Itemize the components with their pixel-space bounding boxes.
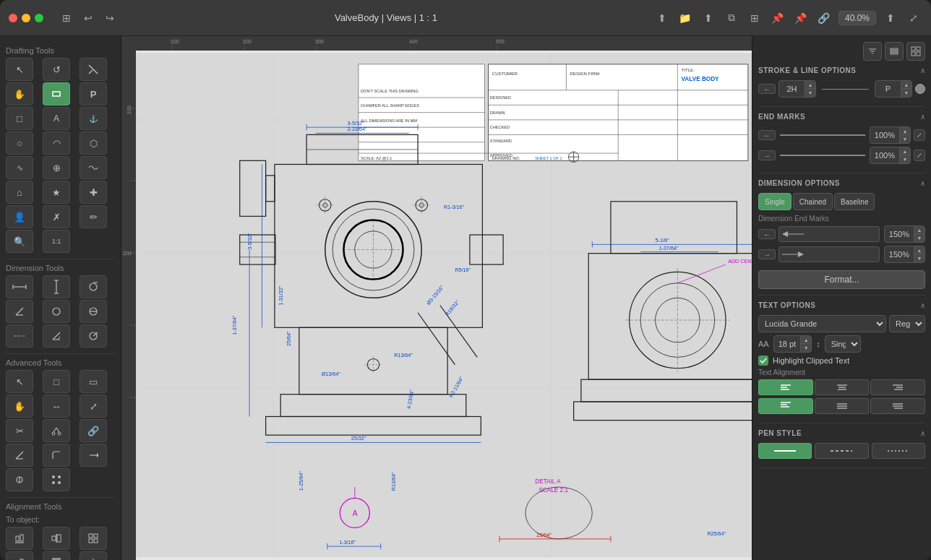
symbol-tool[interactable]: ⌂ bbox=[6, 181, 33, 204]
pin-icon[interactable]: 📌 bbox=[769, 9, 786, 27]
angular-dim-tool[interactable] bbox=[6, 300, 33, 323]
end-mark-right-down[interactable]: ▼ bbox=[900, 155, 910, 163]
font-size-down[interactable]: ▼ bbox=[801, 344, 811, 352]
dim-end-right-up[interactable]: ▲ bbox=[914, 246, 924, 254]
polygon-tool[interactable]: ⬡ bbox=[80, 132, 107, 155]
export-icon[interactable]: ⬆ bbox=[882, 9, 899, 27]
grid-panel-icon[interactable] bbox=[906, 42, 925, 61]
font-size-up[interactable]: ▲ bbox=[801, 336, 811, 344]
pen-dash-btn[interactable] bbox=[815, 443, 868, 459]
quick-dim-tool[interactable] bbox=[80, 275, 107, 298]
minimize-button[interactable] bbox=[22, 14, 30, 22]
adv-angle-tool[interactable] bbox=[6, 444, 33, 467]
dim-end-left-up[interactable]: ▲ bbox=[914, 226, 924, 234]
arc-tool[interactable]: ◠ bbox=[43, 132, 70, 155]
stroke-color-dot[interactable] bbox=[915, 84, 925, 94]
canvas-area[interactable]: 100 200 300 400 500 100 200 bbox=[121, 36, 752, 560]
note-dim-tool[interactable] bbox=[80, 324, 107, 348]
wave-tool[interactable] bbox=[80, 156, 107, 179]
align-left-btn[interactable] bbox=[758, 379, 813, 395]
circle-tool[interactable]: ○ bbox=[6, 132, 33, 155]
end-mark-right-expand[interactable]: ⤢ bbox=[914, 150, 925, 161]
horiz-dim-tool[interactable] bbox=[6, 275, 33, 298]
star-tool[interactable]: ★ bbox=[43, 181, 70, 204]
chained-mode-btn[interactable]: Chained bbox=[793, 193, 833, 210]
radius-dim-tool[interactable] bbox=[43, 300, 70, 323]
adv-chain-tool[interactable]: 🔗 bbox=[80, 419, 107, 442]
font-weight-select[interactable]: Regular Bold bbox=[889, 315, 925, 332]
adv-scissors-tool[interactable]: ✂ bbox=[6, 419, 33, 442]
dim-end-left-stepper[interactable]: 150% ▲ ▼ bbox=[884, 225, 925, 243]
stroke-style-stepper[interactable]: P ▲ ▼ bbox=[875, 80, 912, 98]
rect-tool[interactable]: □ bbox=[6, 107, 33, 130]
dim-end-right-stepper[interactable]: 150% ▲ ▼ bbox=[884, 246, 925, 263]
diameter-dim-tool[interactable] bbox=[80, 300, 107, 323]
adv-wide-rect-tool[interactable]: ▭ bbox=[80, 370, 107, 393]
adv-nodes-tool[interactable] bbox=[43, 468, 70, 491]
rotate-tool[interactable]: ↺ bbox=[43, 58, 70, 81]
align-top-left-btn[interactable] bbox=[758, 398, 813, 414]
text2-tool[interactable]: ⚓ bbox=[80, 107, 107, 130]
align-grid2-tool[interactable] bbox=[80, 551, 107, 560]
crosshair-tool[interactable]: ⊕ bbox=[43, 156, 70, 179]
drawing-canvas[interactable]: CUSTOMER: DESIGN FIRM: TITLE: VALVE BODY… bbox=[136, 51, 752, 560]
chain-dim-tool[interactable] bbox=[6, 324, 33, 348]
align-justify-right-btn[interactable] bbox=[870, 398, 925, 414]
pin2-icon[interactable]: 📌 bbox=[792, 9, 810, 27]
end-mark-left-down[interactable]: ▼ bbox=[900, 135, 910, 143]
fullscreen-icon[interactable]: ⤢ bbox=[905, 9, 922, 27]
adv-cut-tool[interactable] bbox=[43, 419, 70, 442]
dimension-options-collapse[interactable]: ∧ bbox=[920, 179, 925, 187]
pen-style-collapse[interactable]: ∧ bbox=[920, 429, 925, 437]
format-button[interactable]: Format... bbox=[758, 270, 925, 289]
sidebar-toggle-icon[interactable]: ⊞ bbox=[58, 9, 75, 27]
pen-solid-btn[interactable] bbox=[758, 443, 812, 459]
vert-dim-tool[interactable] bbox=[43, 275, 70, 298]
layers-panel-icon[interactable] bbox=[885, 42, 904, 61]
maximize-button[interactable] bbox=[35, 14, 43, 22]
layers-icon[interactable]: ⧉ bbox=[723, 9, 740, 27]
align-bottom-tool[interactable] bbox=[6, 527, 33, 550]
pan-tool[interactable]: ✋ bbox=[6, 82, 33, 105]
align-top-tool[interactable] bbox=[43, 551, 70, 560]
single-mode-btn[interactable]: Single bbox=[758, 193, 791, 210]
text-options-collapse[interactable]: ∧ bbox=[920, 301, 925, 309]
upload-icon[interactable]: ⬆ bbox=[653, 9, 671, 27]
adv-sym-tool[interactable] bbox=[6, 468, 33, 491]
adv-select-tool[interactable]: ↖ bbox=[6, 370, 33, 393]
text-tool[interactable]: A bbox=[43, 107, 70, 130]
grid-view-icon[interactable]: ⊞ bbox=[746, 9, 763, 27]
redo-icon[interactable]: ↪ bbox=[101, 9, 119, 27]
stroke-weight-up[interactable]: ▲ bbox=[805, 81, 815, 89]
highlight-clipped-checkbox[interactable] bbox=[758, 356, 768, 366]
angle-dim2-tool[interactable] bbox=[43, 324, 70, 348]
pen-tool[interactable] bbox=[43, 82, 70, 105]
align-center-btn[interactable] bbox=[815, 379, 870, 395]
align-center-h-tool[interactable] bbox=[43, 527, 70, 550]
undo-icon[interactable]: ↩ bbox=[80, 9, 97, 27]
baseline-mode-btn[interactable]: Baseline bbox=[834, 193, 875, 210]
xbox-tool[interactable]: ✗ bbox=[43, 205, 70, 228]
scale-tool[interactable]: 1:1 bbox=[43, 230, 70, 253]
adv-fit-tool[interactable]: ⤢ bbox=[80, 395, 107, 418]
end-marks-collapse[interactable]: ∧ bbox=[920, 113, 925, 121]
pen-dot-btn[interactable] bbox=[872, 443, 925, 459]
zoom-level[interactable]: 40.0% bbox=[838, 11, 876, 25]
pencil-tool[interactable]: ✏ bbox=[80, 205, 107, 228]
close-button[interactable] bbox=[9, 14, 17, 22]
end-mark-left-up[interactable]: ▲ bbox=[900, 127, 910, 135]
dim-end-right-down[interactable]: ▼ bbox=[914, 254, 924, 262]
line-spacing-select[interactable]: Single Double bbox=[825, 335, 861, 353]
magnify-tool[interactable]: 🔍 bbox=[6, 230, 33, 253]
adv-rect-tool[interactable]: □ bbox=[43, 370, 70, 393]
align-grid-tool[interactable] bbox=[80, 527, 107, 550]
stroke-style-down[interactable]: ▼ bbox=[901, 89, 911, 97]
adv-fillet-tool[interactable] bbox=[43, 444, 70, 467]
spline-tool[interactable]: ∿ bbox=[6, 156, 33, 179]
person-tool[interactable]: 👤 bbox=[6, 205, 33, 228]
end-mark-left-stepper[interactable]: 100% ▲ ▼ bbox=[870, 126, 911, 144]
share-icon[interactable]: ⬆ bbox=[700, 9, 717, 27]
end-mark-left-expand[interactable]: ⤢ bbox=[914, 129, 925, 141]
magic-pen-tool[interactable]: P bbox=[80, 82, 107, 105]
folder-icon[interactable]: 📁 bbox=[677, 9, 694, 27]
